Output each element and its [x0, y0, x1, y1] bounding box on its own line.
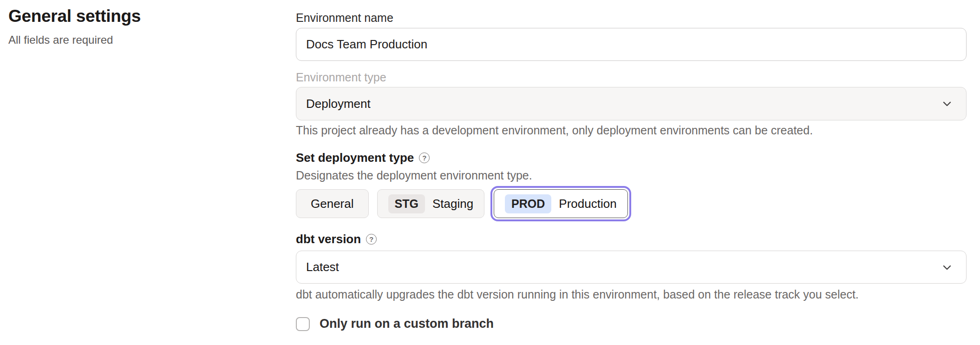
custom-branch-row: Only run on a custom branch	[296, 317, 494, 331]
environment-type-label: Environment type	[296, 71, 386, 84]
option-general-label: General	[311, 197, 354, 211]
dbt-version-helper: dbt automatically upgrades the dbt versi…	[296, 288, 859, 301]
environment-type-value: Deployment	[306, 97, 371, 111]
environment-name-label: Environment name	[296, 11, 393, 25]
environment-type-helper: This project already has a development e…	[296, 124, 813, 137]
chevron-down-icon	[940, 260, 954, 274]
custom-branch-checkbox[interactable]	[296, 317, 310, 331]
page-subtitle: All fields are required	[8, 33, 113, 46]
production-badge: PROD	[505, 194, 551, 213]
option-production-label: Production	[559, 197, 616, 211]
deployment-type-helper: Designates the deployment environment ty…	[296, 169, 532, 182]
dbt-version-value: Latest	[306, 260, 339, 274]
general-settings-page: General settings All fields are required…	[0, 0, 980, 345]
dbt-version-select[interactable]: Latest	[296, 251, 967, 284]
help-icon[interactable]: ?	[366, 234, 377, 245]
deployment-type-label-row: Set deployment type ?	[296, 151, 430, 165]
custom-branch-label: Only run on a custom branch	[320, 317, 494, 331]
chevron-down-icon	[940, 97, 954, 111]
deployment-type-option-production-selected[interactable]: PROD Production	[490, 186, 631, 221]
dbt-version-label-row: dbt version ?	[296, 232, 377, 246]
environment-type-select[interactable]: Deployment	[296, 87, 967, 120]
dbt-version-label: dbt version	[296, 232, 361, 246]
deployment-type-option-staging[interactable]: STG Staging	[377, 189, 485, 218]
environment-name-input[interactable]	[296, 28, 967, 61]
deployment-type-option-production[interactable]: PROD Production	[494, 189, 628, 218]
staging-badge: STG	[388, 194, 425, 213]
page-title: General settings	[8, 7, 141, 26]
deployment-type-label: Set deployment type	[296, 151, 414, 165]
option-staging-label: Staging	[432, 197, 473, 211]
deployment-type-option-general[interactable]: General	[296, 189, 369, 218]
help-icon[interactable]: ?	[419, 153, 430, 163]
deployment-type-options: General STG Staging PROD Production	[296, 186, 631, 221]
